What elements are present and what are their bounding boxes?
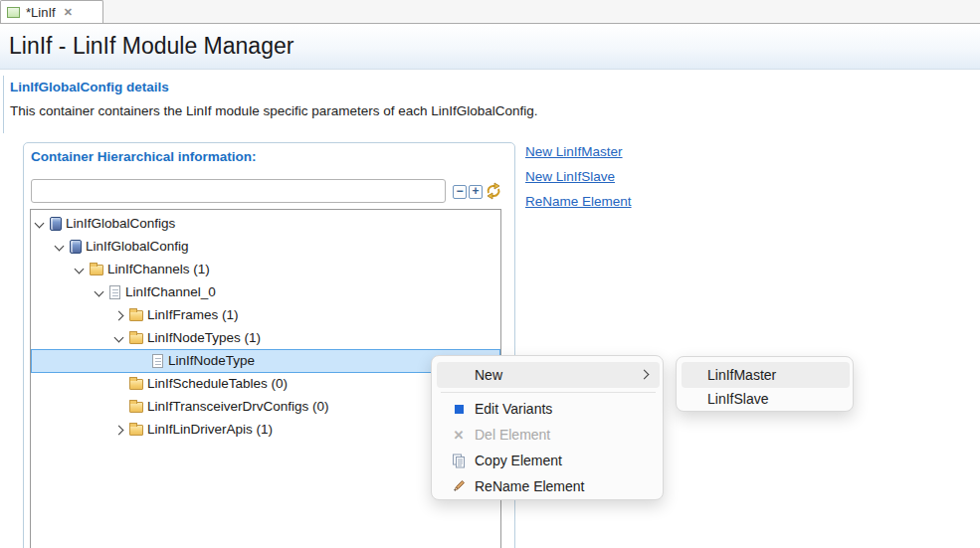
chevron-down-icon[interactable]: [75, 265, 85, 274]
folder-icon: [129, 425, 143, 436]
details-heading: LinIfGlobalConfig details: [10, 80, 169, 94]
expand-all-button[interactable]: +: [469, 185, 483, 199]
chevron-right-icon[interactable]: [114, 426, 124, 436]
submenu-arrow-icon: [640, 370, 650, 380]
tree-item-label[interactable]: LinIfNodeTypes (1): [147, 327, 261, 349]
tree-item-label[interactable]: LinIfChannel_0: [125, 281, 216, 303]
tree-row[interactable]: LinIfChannels (1): [31, 259, 500, 280]
editor-tab-bar: *LinIf ✕: [0, 0, 980, 24]
folder-icon: [129, 379, 143, 390]
editor-file-icon: [7, 7, 20, 18]
tree-item-label[interactable]: LinIfNodeType: [168, 350, 255, 372]
module-icon: [70, 240, 82, 254]
tree-item-label[interactable]: LinIfLinDriverApis (1): [147, 419, 273, 441]
tree-filter-input[interactable]: [31, 179, 446, 203]
tree-item-label[interactable]: LinIfGlobalConfigs: [66, 213, 175, 235]
tree-row[interactable]: LinIfChannel_0: [31, 281, 500, 303]
menu-item-new[interactable]: New: [437, 362, 660, 388]
copy-icon: [451, 448, 467, 473]
tree-item-label[interactable]: LinIfTransceiverDrvConfigs (0): [147, 396, 329, 418]
document-icon: [109, 285, 120, 299]
tab-label: *LinIf: [26, 5, 56, 20]
tree-row[interactable]: LinIfFrames (1): [31, 304, 500, 326]
hierarchy-heading: Container Hierarchical information:: [31, 149, 257, 164]
context-menu: New Edit Variants ✕ Del Element Copy Ele…: [431, 355, 664, 500]
form-title-bar: LinIf - LinIf Module Manager: [0, 24, 980, 70]
new-submenu: LinIfMaster LinIfSlave: [676, 356, 854, 412]
link-new-linifslave[interactable]: New LinIfSlave: [525, 169, 615, 184]
chevron-down-icon[interactable]: [95, 287, 104, 297]
menu-item-edit-variants[interactable]: Edit Variants: [437, 396, 660, 422]
link-rename-element[interactable]: ReName Element: [525, 194, 632, 209]
tree-item-label[interactable]: LinIfFrames (1): [147, 304, 239, 326]
editor-window: *LinIf ✕ LinIf - LinIf Module Manager Li…: [0, 0, 980, 548]
folder-icon: [90, 265, 103, 275]
submenu-item-linifmaster[interactable]: LinIfMaster: [682, 362, 850, 388]
edit-variants-icon: [451, 396, 467, 422]
chevron-down-icon[interactable]: [35, 219, 45, 229]
tree-row[interactable]: LinIfNodeTypes (1): [31, 327, 500, 349]
refresh-icon[interactable]: [485, 182, 502, 200]
page-title: LinIf - LinIf Module Manager: [9, 33, 294, 60]
tree-row[interactable]: LinIfGlobalConfig: [31, 236, 500, 258]
folder-icon: [129, 333, 143, 344]
form-left-rule: [3, 76, 4, 133]
module-icon: [50, 217, 62, 231]
menu-item-rename-element[interactable]: ReName Element: [437, 473, 660, 499]
tree-item-label[interactable]: LinIfGlobalConfig: [86, 236, 189, 258]
chevron-down-icon[interactable]: [55, 242, 65, 252]
link-new-linifmaster[interactable]: New LinIfMaster: [525, 144, 623, 159]
submenu-item-linifslave[interactable]: LinIfSlave: [682, 386, 850, 412]
tree-row[interactable]: LinIfGlobalConfigs: [31, 213, 500, 235]
pencil-icon: [451, 473, 467, 499]
tree-item-label[interactable]: LinIfChannels (1): [107, 259, 210, 280]
menu-item-del-element[interactable]: ✕ Del Element: [437, 422, 660, 448]
menu-item-copy-element[interactable]: Copy Element: [437, 448, 660, 473]
document-icon: [152, 354, 163, 368]
chevron-down-icon[interactable]: [114, 333, 124, 343]
details-description: This container containers the LinIf modu…: [10, 103, 538, 118]
folder-icon: [129, 310, 143, 321]
delete-icon: ✕: [451, 422, 467, 448]
collapse-all-button[interactable]: −: [453, 185, 467, 199]
tree-item-label[interactable]: LinIfScheduleTables (0): [147, 373, 288, 395]
chevron-right-icon[interactable]: [114, 311, 124, 321]
folder-icon: [129, 402, 143, 413]
menu-separator: [441, 392, 656, 393]
tab-linif[interactable]: *LinIf ✕: [0, 0, 103, 23]
tab-close-icon[interactable]: ✕: [64, 6, 73, 19]
